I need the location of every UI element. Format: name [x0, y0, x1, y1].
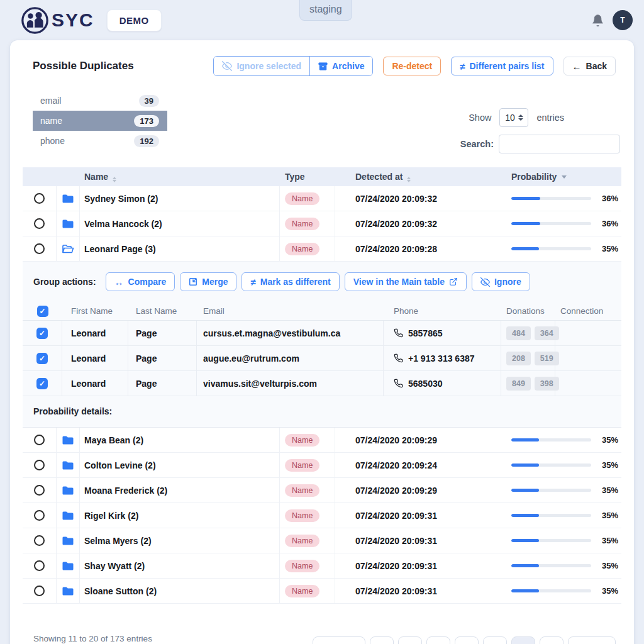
back-button[interactable]: ← Back [564, 57, 616, 75]
redetect-button[interactable]: Re-detect [383, 57, 441, 75]
email-value: cursus.et.magna@vestibulum.ca [197, 321, 384, 345]
tab-name[interactable]: name 173 [33, 111, 167, 131]
folder-icon[interactable] [62, 536, 74, 546]
pagination-previous-button[interactable] [313, 636, 365, 644]
donations-count-badge: 484 [506, 326, 531, 340]
table-row[interactable]: Sloane Sutton (2) Name 07/24/2020 20:09:… [23, 579, 621, 604]
table-row[interactable]: Velma Hancock (2) Name 07/24/2020 20:09:… [23, 211, 621, 236]
probability-percent: 35% [602, 511, 618, 520]
different-pairs-list-button[interactable]: ≠ Different pairs list [451, 57, 553, 75]
probability-bar [511, 464, 591, 467]
pagination-page-button[interactable] [398, 636, 422, 644]
header-detected-at[interactable]: Detected at [335, 172, 506, 182]
eye-off-icon [480, 277, 490, 287]
table-header: Name Type Detected at Probability [23, 167, 621, 186]
open-folder-icon[interactable] [62, 244, 74, 254]
first-name-value: Leonard [62, 321, 128, 345]
header-probability[interactable]: Probability [506, 172, 621, 182]
view-in-main-table-button[interactable]: View in the Main table [345, 272, 467, 291]
duplicate-group-name: Colton Levine (2) [84, 460, 156, 470]
table-row[interactable]: Colton Levine (2) Name 07/24/2020 20:09:… [23, 453, 621, 478]
pagination-page-button[interactable] [426, 636, 450, 644]
row-radio[interactable] [34, 586, 45, 596]
pagination-current-page-button[interactable] [511, 636, 535, 644]
probability-percent: 36% [602, 194, 618, 203]
row-checkbox[interactable]: ✓ [36, 378, 48, 389]
pagination-next-button[interactable] [568, 636, 616, 644]
header-name[interactable]: Name [80, 172, 280, 182]
folder-icon[interactable] [62, 219, 74, 229]
table-row[interactable]: Maya Bean (2) Name 07/24/2020 20:09:29 3… [23, 428, 621, 453]
page-size-control: Show 10 entries [469, 108, 564, 127]
table-row[interactable]: Leonard Page (3) Name 07/24/2020 20:09:2… [23, 236, 621, 262]
archive-button[interactable]: Archive [309, 57, 372, 75]
group-member-row[interactable]: ✓ Leonard Page cursus.et.magna@vestibulu… [23, 321, 621, 346]
folder-icon[interactable] [62, 194, 74, 204]
compare-button[interactable]: ↔ Compare [106, 272, 175, 291]
folder-icon[interactable] [62, 561, 74, 571]
row-radio[interactable] [34, 218, 45, 229]
toolbar: Possible Duplicates Ignore selected [10, 40, 634, 75]
tab-email[interactable]: email 39 [33, 91, 167, 111]
probability-percent: 35% [602, 460, 618, 470]
type-badge: Name [285, 243, 319, 255]
row-radio[interactable] [34, 485, 45, 496]
pagination-page-button[interactable] [370, 636, 394, 644]
row-radio[interactable] [34, 460, 45, 470]
tab-phone-count: 192 [134, 135, 159, 147]
table-row[interactable]: Sydney Simon (2) Name 07/24/2020 20:09:3… [23, 186, 621, 211]
search-label: Search: [460, 139, 494, 149]
folder-icon[interactable] [62, 486, 74, 496]
group-member-row[interactable]: ✓ Leonard Page augue.eu@rutrum.com +1 91… [23, 346, 621, 371]
external-link-icon [449, 277, 458, 286]
probability-bar [511, 247, 591, 250]
table-row[interactable]: Moana Frederick (2) Name 07/24/2020 20:0… [23, 478, 621, 503]
row-radio[interactable] [34, 510, 45, 521]
group-member-row[interactable]: ✓ Leonard Page vivamus.sit@velturpis.com… [23, 371, 621, 396]
donations-count-badge: 398 [535, 377, 559, 391]
pagination-page-button[interactable] [483, 636, 507, 644]
table-row[interactable]: Shay Wyatt (2) Name 07/24/2020 20:09:31 … [23, 553, 621, 579]
folder-icon[interactable] [62, 511, 74, 521]
donations-count-badge: 364 [535, 326, 559, 340]
sub-table-header: ✓ First Name Last Name Email Phone Donat… [23, 302, 621, 321]
phone-value: 5685030 [408, 379, 443, 389]
tab-phone[interactable]: phone 192 [33, 131, 167, 151]
folder-icon[interactable] [62, 460, 74, 470]
mark-as-different-button[interactable]: ≠ Mark as different [242, 272, 339, 291]
first-name-value: Leonard [62, 346, 128, 370]
donations-count-badge: 208 [506, 352, 531, 365]
row-radio[interactable] [34, 193, 45, 204]
brand-logo[interactable]: SYC [21, 6, 94, 35]
last-name-value: Page [128, 321, 197, 345]
pagination-page-button[interactable] [540, 636, 564, 644]
select-all-checkbox[interactable]: ✓ [37, 306, 48, 317]
search-input[interactable] [499, 135, 620, 153]
notifications-bell-icon[interactable] [591, 14, 604, 27]
phone-value: 5857865 [408, 328, 443, 338]
pagination-page-button[interactable] [455, 636, 479, 644]
phone-value: +1 913 313 6387 [408, 353, 475, 364]
ignore-selected-button[interactable]: Ignore selected [214, 57, 309, 75]
detected-at-value: 07/24/2020 20:09:31 [335, 586, 506, 596]
row-radio[interactable] [34, 435, 45, 445]
possible-duplicates-panel: Possible Duplicates Ignore selected [10, 40, 634, 644]
row-checkbox[interactable]: ✓ [36, 328, 48, 339]
row-checkbox[interactable]: ✓ [36, 353, 48, 364]
table-row[interactable]: Selma Myers (2) Name 07/24/2020 20:09:31… [23, 528, 621, 553]
type-badge: Name [285, 192, 319, 205]
donations-count-badge: 849 [506, 377, 531, 391]
not-equal-icon: ≠ [460, 62, 465, 71]
row-radio[interactable] [34, 535, 45, 546]
table-row[interactable]: Rigel Kirk (2) Name 07/24/2020 20:09:31 … [23, 503, 621, 528]
ignore-group-button[interactable]: Ignore [472, 272, 530, 291]
folder-icon[interactable] [62, 435, 74, 445]
page-size-select[interactable]: 10 [499, 108, 528, 127]
merge-button[interactable]: Merge [180, 272, 236, 291]
people-logo-icon [21, 6, 49, 35]
folder-icon[interactable] [62, 586, 74, 596]
row-radio[interactable] [34, 243, 45, 254]
demo-button[interactable]: DEMO [107, 9, 162, 31]
row-radio[interactable] [34, 560, 45, 571]
user-avatar[interactable]: T [613, 10, 633, 30]
